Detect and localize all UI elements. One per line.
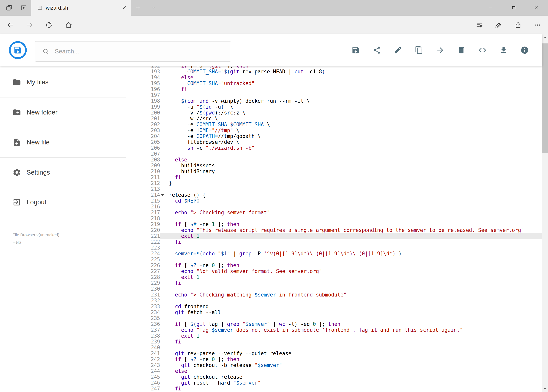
code-line[interactable]: 232 xyxy=(126,298,542,304)
code-text[interactable]: else xyxy=(169,368,542,374)
code-text[interactable]: filebrowser/dev \ xyxy=(169,139,542,145)
sidebar-item-my-files[interactable]: My files xyxy=(0,73,126,91)
code-line[interactable]: 222 fi xyxy=(126,239,542,245)
code-text[interactable]: git rev-parse --verify --quiet release xyxy=(169,350,542,356)
close-button[interactable] xyxy=(528,0,544,16)
download-icon[interactable] xyxy=(499,46,508,54)
fold-marker-icon[interactable] xyxy=(161,194,164,196)
code-line[interactable]: 205 filebrowser/dev \ xyxy=(126,139,542,145)
code-line[interactable]: 193 COMMIT_SHA="$(git rev-parse HEAD | c… xyxy=(126,69,542,75)
code-text[interactable]: echo "Not valid semver format. See semve… xyxy=(169,268,542,274)
code-line[interactable]: 231 echo "> Checking matching $semver in… xyxy=(126,292,542,298)
code-line[interactable]: 196 fi xyxy=(126,86,542,92)
code-line[interactable]: 192 if [ -d ".git" ]; then xyxy=(126,66,542,69)
code-line[interactable]: 225 xyxy=(126,257,542,262)
code-text[interactable]: -w //src \ xyxy=(169,116,542,121)
code-text[interactable] xyxy=(169,204,542,210)
save-icon[interactable] xyxy=(351,46,360,54)
code-text[interactable]: cd $REPO xyxy=(169,198,542,204)
code-text[interactable]: echo "> Checking matching $semver in fro… xyxy=(169,292,542,298)
delete-icon[interactable] xyxy=(457,46,466,54)
code-text[interactable]: -e HOME="//tmp" \ xyxy=(169,127,542,133)
code-line[interactable]: 207 xyxy=(126,151,542,157)
code-text[interactable]: echo "Tag $semver does not exist in subm… xyxy=(169,327,542,333)
code-text[interactable]: exit 1 xyxy=(169,233,542,239)
code-line[interactable]: 240 xyxy=(126,345,542,350)
scroll-up-icon[interactable] xyxy=(542,34,548,41)
code-text[interactable]: fi xyxy=(169,239,542,245)
code-text[interactable]: if [ $(git tag | grep "$semver" | wc -l)… xyxy=(169,321,542,327)
code-line[interactable]: 214release () { xyxy=(126,192,542,198)
code-line[interactable]: 221 exit 1 xyxy=(126,233,542,239)
new-tab-button[interactable] xyxy=(134,0,142,16)
code-text[interactable] xyxy=(169,298,542,304)
code-line[interactable]: 194 else xyxy=(126,75,542,80)
code-text[interactable]: exit 1 xyxy=(169,333,542,339)
code-line[interactable]: 227 echo "Not valid semver format. See s… xyxy=(126,268,542,274)
code-editor[interactable]: 192 if [ -d ".git" ]; then193 COMMIT_SHA… xyxy=(126,66,542,392)
code-line[interactable]: 239 fi xyxy=(126,339,542,345)
code-line[interactable]: 198 $(command -v winpty) docker run --rm… xyxy=(126,98,542,104)
code-text[interactable]: fi xyxy=(169,280,542,286)
code-text[interactable]: fi xyxy=(169,86,542,92)
tabs-set-aside-icon[interactable] xyxy=(5,0,13,16)
code-text[interactable]: -e COMMIT_SHA=$COMMIT_SHA \ xyxy=(169,121,542,127)
code-line[interactable]: 246 git reset --hard "$semver" xyxy=(126,380,542,386)
share-file-icon[interactable] xyxy=(373,46,381,54)
code-line[interactable]: 229 fi xyxy=(126,280,542,286)
code-text[interactable]: buildAssets xyxy=(169,163,542,168)
browser-tab[interactable]: wizard.sh xyxy=(31,0,131,16)
help-link[interactable]: Help xyxy=(13,240,21,245)
home-button[interactable] xyxy=(62,16,76,34)
code-line[interactable]: 211 fi xyxy=(126,174,542,180)
scroll-down-icon[interactable] xyxy=(542,385,548,392)
code-line[interactable]: 224 semver=$(echo "$1" | grep -P '^v(0|[… xyxy=(126,251,542,257)
code-line[interactable]: 244 else xyxy=(126,368,542,374)
move-icon[interactable] xyxy=(436,46,444,54)
code-line[interactable]: 204 -e GOPATH=//tmp/gopath \ xyxy=(126,133,542,139)
code-line[interactable]: 241 git rev-parse --verify --quiet relea… xyxy=(126,350,542,356)
search-box[interactable] xyxy=(35,41,231,62)
code-text[interactable]: if [ $# -ne 1 ]; then xyxy=(169,221,542,227)
minimize-button[interactable] xyxy=(483,0,499,16)
code-text[interactable]: buildBinary xyxy=(169,168,542,174)
code-text[interactable]: exit 1 xyxy=(169,274,542,280)
code-line[interactable]: 228 exit 1 xyxy=(126,274,542,280)
code-line[interactable]: 195 COMMIT_SHA="untracked" xyxy=(126,80,542,86)
code-text[interactable]: -u "$(id -u)" \ xyxy=(169,104,542,110)
code-line[interactable]: 230 xyxy=(126,286,542,292)
code-line[interactable]: 210 buildBinary xyxy=(126,168,542,174)
code-line[interactable]: 209 buildAssets xyxy=(126,163,542,168)
sidebar-item-new-file[interactable]: New file xyxy=(0,133,126,151)
sidebar-item-new-folder[interactable]: New folder xyxy=(0,104,126,121)
code-text[interactable]: if [ $? -ne 0 ]; then xyxy=(169,262,542,268)
refresh-button[interactable] xyxy=(42,16,56,34)
code-text[interactable]: COMMIT_SHA="untracked" xyxy=(169,80,542,86)
code-line[interactable]: 197 xyxy=(126,92,542,98)
forward-button[interactable] xyxy=(23,16,37,34)
code-text[interactable]: COMMIT_SHA="$(git rev-parse HEAD | cut -… xyxy=(169,69,542,75)
code-line[interactable]: 202 -e COMMIT_SHA=$COMMIT_SHA \ xyxy=(126,121,542,127)
code-text[interactable] xyxy=(169,345,542,350)
code-line[interactable]: 237 echo "Tag $semver does not exist in … xyxy=(126,327,542,333)
code-line[interactable]: 201 -w //src \ xyxy=(126,116,542,121)
hub-icon[interactable] xyxy=(472,16,486,34)
code-text[interactable]: git checkout release xyxy=(169,374,542,380)
code-line[interactable]: 200 -v /$(pwd):/src:z \ xyxy=(126,110,542,116)
web-note-icon[interactable] xyxy=(492,16,506,34)
code-text[interactable]: -v /$(pwd):/src:z \ xyxy=(169,110,542,116)
code-text[interactable] xyxy=(169,315,542,321)
maximize-button[interactable] xyxy=(506,0,522,16)
code-text[interactable]: $(command -v winpty) docker run --rm -it… xyxy=(169,98,542,104)
code-text[interactable]: if [ $? -ne 0 ]; then xyxy=(169,356,542,362)
code-text[interactable] xyxy=(169,245,542,251)
copy-icon[interactable] xyxy=(415,46,423,54)
tab-list-chevron-icon[interactable] xyxy=(150,0,158,16)
code-line[interactable]: 223 xyxy=(126,245,542,251)
code-line[interactable]: 212} xyxy=(126,180,542,186)
tab-close-icon[interactable] xyxy=(122,6,126,10)
code-line[interactable]: 213 xyxy=(126,186,542,192)
code-text[interactable]: release () { xyxy=(169,192,542,198)
code-text[interactable]: semver=$(echo "$1" | grep -P '^v(0|[1-9]… xyxy=(169,251,542,257)
code-text[interactable] xyxy=(169,216,542,221)
